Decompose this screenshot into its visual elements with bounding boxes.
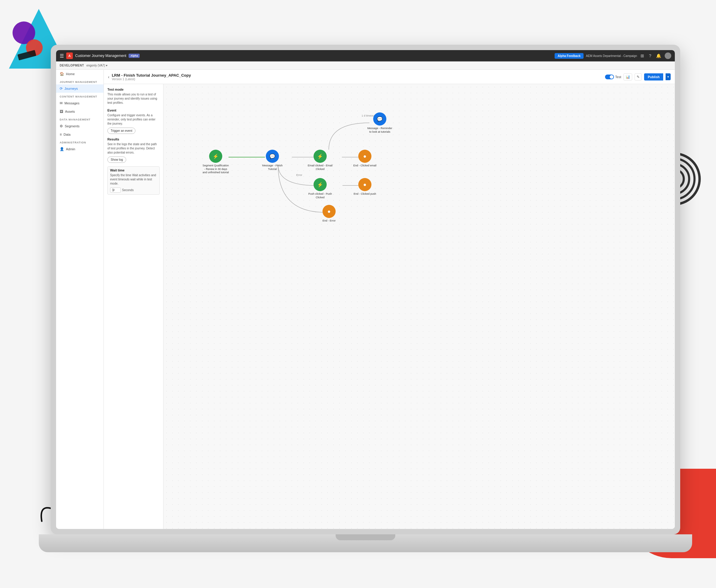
journey-version: Version 1 (Latest)	[112, 78, 191, 81]
help-icon-btn[interactable]: ?	[648, 53, 652, 59]
sidebar-item-home[interactable]: 🏠 Home	[56, 70, 104, 78]
topbar-right: Alpha Feedback AEM Assets Departmental -…	[555, 52, 671, 59]
messages-icon: ✉	[60, 101, 63, 105]
journeys-icon: ⟳	[60, 86, 63, 91]
data-icon: ≡	[60, 132, 62, 136]
node-push-clicked-circle: ⚡	[313, 178, 327, 191]
publish-button[interactable]: Publish	[644, 74, 663, 81]
event-desc: Configure and trigger events. As a remin…	[107, 113, 160, 126]
trigger-event-button[interactable]: Trigger an event	[107, 128, 136, 134]
test-mode-desc: This mode allows you to run a test of yo…	[107, 92, 160, 105]
node-email-clicked[interactable]: ⚡ Email clicked - Email Clicked	[307, 150, 333, 171]
sidebar-item-assets[interactable]: 🖼 Assets	[56, 107, 104, 116]
laptop-base	[39, 534, 692, 552]
wait-time-section: Wait time Specify the time Wait activiti…	[107, 166, 160, 195]
show-log-button[interactable]: Show log	[107, 156, 126, 163]
journey-header-actions: Test 📊 ✎ Publish ▾	[605, 74, 671, 81]
node-segment-circle: ⚡	[209, 150, 222, 163]
node-end-clicked-email[interactable]: ● End - Clicked email	[351, 150, 378, 168]
test-mode-label: Test	[615, 75, 621, 79]
sidebar-item-journeys[interactable]: ⟳ Journeys	[56, 84, 104, 93]
results-desc: See in the logs the state and the path o…	[107, 142, 160, 155]
journey-title-block: LRM - Finish Tutorial Journey_APAC_Copy …	[112, 73, 191, 81]
sidebar-item-segments[interactable]: ⚙ Segments	[56, 122, 104, 130]
sidebar-section-content: CONTENT MANAGEMENT	[56, 93, 104, 99]
laptop-base-notch	[335, 534, 395, 540]
node-end-clicked-email-circle: ●	[358, 150, 371, 163]
node-message-reminder[interactable]: 💬 Message - Reminder to look at tutorial…	[366, 112, 393, 133]
home-icon: 🏠	[60, 72, 64, 76]
adobe-logo: A	[66, 52, 73, 59]
node-push-clicked-label: Push clicked - Push Clicked	[307, 192, 333, 199]
env-label: DEVELOPMENT	[60, 64, 84, 67]
sidebar-item-messages[interactable]: ✉ Messages	[56, 99, 104, 107]
test-mode-title: Test mode	[107, 88, 160, 91]
sidebar: 🏠 Home JOURNEY MANAGEMENT ⟳ Journeys CON…	[56, 70, 104, 529]
laptop-screen: ☰ A Customer Journey Management Alpha Al…	[56, 50, 675, 529]
env-dropdown-arrow: ▾	[106, 64, 107, 67]
wait-time-unit: Seconds	[122, 188, 134, 192]
sidebar-section-journey: JOURNEY MANAGEMENT	[56, 78, 104, 84]
node-email-clicked-label: Email clicked - Email Clicked	[307, 164, 333, 171]
node-message-reminder-circle: 💬	[373, 112, 386, 126]
laptop: ☰ A Customer Journey Management Alpha Al…	[39, 45, 692, 552]
wait-time-input-group: Seconds	[110, 188, 157, 193]
node-segment-label: Segment Qualification - Renew in 30 days…	[202, 164, 229, 174]
app-name: Customer Journey Management	[75, 54, 126, 58]
analytics-icon-btn[interactable]: 📊	[623, 74, 632, 81]
admin-icon: 👤	[60, 147, 64, 151]
notifications-icon-btn[interactable]: 🔔	[655, 53, 662, 59]
hamburger-icon[interactable]: ☰	[60, 53, 64, 59]
test-panel: Test mode This mode allows you to run a …	[104, 84, 163, 529]
node-push-clicked[interactable]: ⚡ Push clicked - Push Clicked	[307, 178, 333, 199]
flow-connectors	[163, 84, 675, 529]
event-section: Event Configure and trigger events. As a…	[107, 108, 160, 134]
node-end-error-label: End - Error	[323, 219, 335, 223]
results-title: Results	[107, 138, 160, 141]
node-end-clicked-email-label: End - Clicked email	[353, 164, 376, 168]
segments-icon: ⚙	[60, 124, 63, 128]
test-mode-toggle-container: Test	[605, 75, 621, 79]
sidebar-section-admin: ADMINISTRATION	[56, 139, 104, 145]
user-avatar[interactable]	[665, 52, 671, 59]
env-bar: DEVELOPMENT engonly (VA7) ▾	[56, 61, 675, 70]
results-section: Results See in the logs the state and th…	[107, 138, 160, 163]
error-label: Error	[296, 173, 302, 176]
journey-header: ‹ LRM - Finish Tutorial Journey_APAC_Cop…	[104, 70, 675, 84]
wait-time-title: Wait time	[110, 168, 157, 172]
app-topbar: ☰ A Customer Journey Management Alpha Al…	[56, 50, 675, 61]
test-mode-toggle[interactable]	[605, 75, 614, 79]
journey-back-button[interactable]: ‹	[108, 75, 109, 79]
node-message-finish[interactable]: 💬 Message - Finish Tutorial	[259, 150, 286, 171]
main-content: 🏠 Home JOURNEY MANAGEMENT ⟳ Journeys CON…	[56, 70, 675, 529]
node-end-error[interactable]: ● End - Error	[315, 205, 343, 223]
event-title: Event	[107, 108, 160, 112]
journey-title: LRM - Finish Tutorial Journey_APAC_Copy	[112, 73, 191, 78]
node-email-clicked-circle: ⚡	[313, 150, 327, 163]
assets-icon: 🖼	[60, 109, 63, 113]
node-message-reminder-label: Message - Reminder to look at tutorials	[366, 127, 393, 133]
sidebar-item-data[interactable]: ≡ Data	[56, 130, 104, 139]
node-end-clicked-push-circle: ●	[358, 178, 371, 191]
node-message-finish-label: Message - Finish Tutorial	[259, 164, 286, 171]
node-message-finish-circle: 💬	[266, 150, 279, 163]
journey-canvas: 1 d timeout Error ⚡ Segment Qualificatio…	[163, 84, 675, 529]
node-end-clicked-push-label: End - Clicked push	[353, 192, 376, 196]
grid-icon-btn[interactable]: ⊞	[639, 53, 645, 59]
journey-area: ‹ LRM - Finish Tutorial Journey_APAC_Cop…	[104, 70, 675, 529]
test-mode-section: Test mode This mode allows you to run a …	[107, 88, 160, 105]
sidebar-section-data: DATA MANAGEMENT	[56, 116, 104, 122]
journey-body: Test mode This mode allows you to run a …	[104, 84, 675, 529]
wait-time-number-input[interactable]	[110, 188, 121, 193]
publish-dropdown-button[interactable]: ▾	[666, 74, 671, 80]
node-end-error-circle: ●	[323, 205, 335, 218]
alpha-feedback-button[interactable]: Alpha Feedback	[555, 53, 584, 59]
topbar-org: AEM Assets Departmental - Campaign	[586, 54, 637, 58]
sidebar-item-admin[interactable]: 👤 Admin	[56, 145, 104, 153]
edit-icon-btn[interactable]: ✎	[635, 74, 642, 81]
node-segment[interactable]: ⚡ Segment Qualification - Renew in 30 da…	[202, 150, 229, 174]
laptop-bezel: ☰ A Customer Journey Management Alpha Al…	[51, 45, 680, 534]
node-end-clicked-push[interactable]: ● End - Clicked push	[351, 178, 378, 196]
alpha-badge: Alpha	[128, 54, 140, 58]
env-org[interactable]: engonly (VA7) ▾	[86, 64, 107, 67]
